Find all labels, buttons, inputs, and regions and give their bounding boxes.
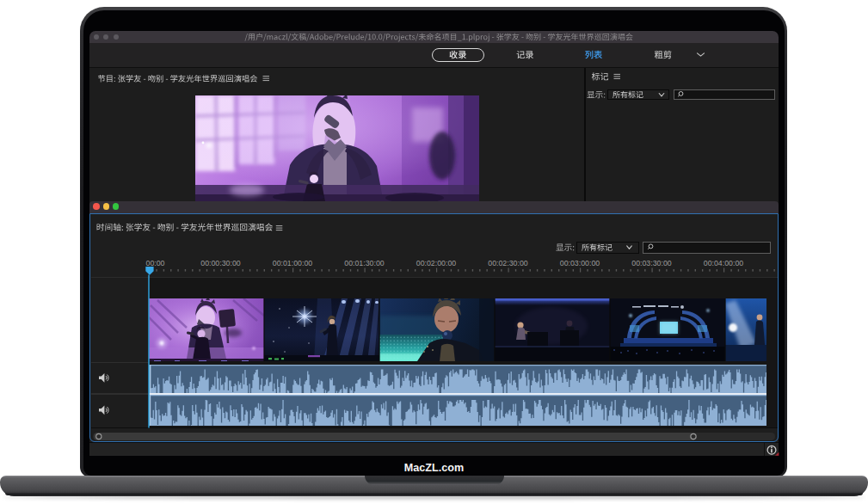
svg-text:00:00:30:00: 00:00:30:00 (200, 259, 241, 267)
svg-text:00:04:00:00: 00:04:00:00 (704, 259, 744, 267)
svg-text:00:01:00:00: 00:01:00:00 (273, 259, 313, 267)
svg-text:00:02:30:00: 00:02:30:00 (488, 259, 528, 267)
svg-text:00:01:30:00: 00:01:30:00 (344, 259, 385, 267)
svg-text:MacZL.com: MacZL.com (404, 462, 464, 474)
svg-text:00:03:30:00: 00:03:30:00 (631, 259, 672, 267)
svg-text:00:02:00:00: 00:02:00:00 (416, 259, 457, 267)
svg-text:00:00: 00:00 (146, 259, 165, 267)
svg-text:00:03:00:00: 00:03:00:00 (560, 259, 600, 267)
